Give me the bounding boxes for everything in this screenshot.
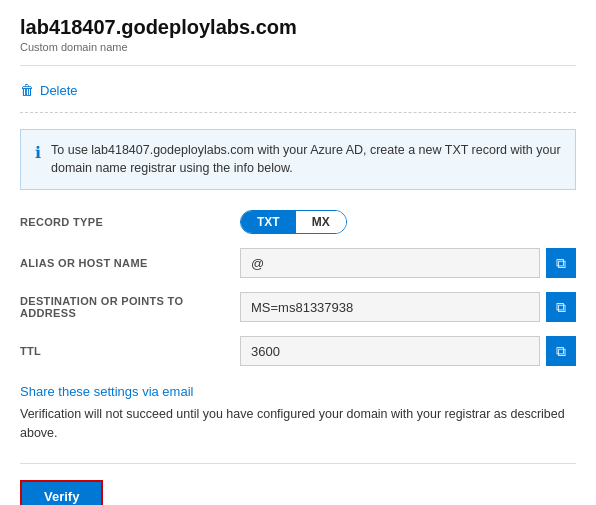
verification-text: Verification will not succeed until you … (20, 405, 576, 443)
info-box: ℹ To use lab418407.godeploylabs.com with… (20, 129, 576, 190)
copy-icon-destination: ⧉ (556, 299, 566, 316)
toggle-mx[interactable]: MX (296, 211, 346, 233)
delete-button[interactable]: 🗑 Delete (20, 78, 78, 102)
destination-row: DESTINATION OR POINTS TO ADDRESS ⧉ (20, 292, 576, 322)
delete-label: Delete (40, 83, 78, 98)
alias-label: ALIAS OR HOST NAME (20, 257, 240, 269)
trash-icon: 🗑 (20, 82, 34, 98)
alias-row: ALIAS OR HOST NAME ⧉ (20, 248, 576, 278)
page-container: lab418407.godeploylabs.com Custom domain… (0, 0, 596, 505)
ttl-row: TTL ⧉ (20, 336, 576, 366)
alias-control: ⧉ (240, 248, 576, 278)
destination-copy-button[interactable]: ⧉ (546, 292, 576, 322)
form-section: RECORD TYPE TXT MX ALIAS OR HOST NAME ⧉ … (20, 210, 576, 366)
destination-input[interactable] (240, 292, 540, 322)
bottom-divider (20, 463, 576, 464)
alias-input[interactable] (240, 248, 540, 278)
info-text: To use lab418407.godeploylabs.com with y… (51, 142, 561, 177)
ttl-input[interactable] (240, 336, 540, 366)
domain-title: lab418407.godeploylabs.com (20, 16, 576, 39)
alias-copy-button[interactable]: ⧉ (546, 248, 576, 278)
record-type-row: RECORD TYPE TXT MX (20, 210, 576, 234)
top-divider (20, 65, 576, 66)
ttl-label: TTL (20, 345, 240, 357)
copy-icon-ttl: ⧉ (556, 343, 566, 360)
copy-icon-alias: ⧉ (556, 255, 566, 272)
info-icon: ℹ (35, 143, 41, 162)
dashed-divider (20, 112, 576, 113)
ttl-copy-button[interactable]: ⧉ (546, 336, 576, 366)
destination-label: DESTINATION OR POINTS TO ADDRESS (20, 295, 240, 319)
share-settings-link[interactable]: Share these settings via email (20, 384, 193, 399)
verify-button[interactable]: Verify (20, 480, 103, 506)
record-type-toggle[interactable]: TXT MX (240, 210, 347, 234)
record-type-label: RECORD TYPE (20, 216, 240, 228)
toggle-txt[interactable]: TXT (241, 211, 296, 233)
domain-subtitle: Custom domain name (20, 41, 576, 53)
ttl-control: ⧉ (240, 336, 576, 366)
record-type-control: TXT MX (240, 210, 576, 234)
destination-control: ⧉ (240, 292, 576, 322)
